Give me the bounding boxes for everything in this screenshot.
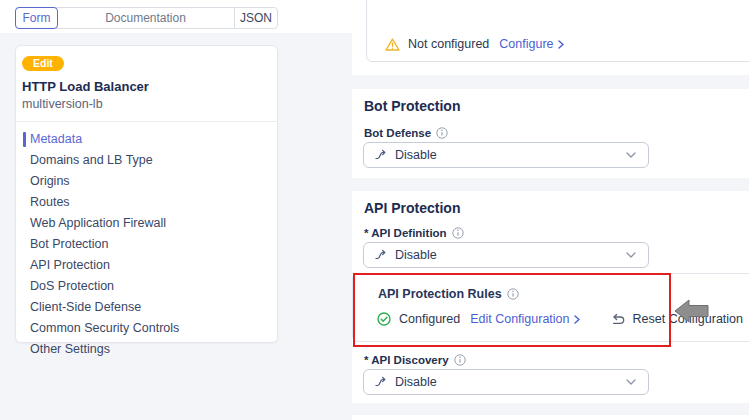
- bot-defense-select[interactable]: Disable: [363, 142, 649, 168]
- api-definition-label: * API Definition: [364, 227, 464, 239]
- chevron-down-icon: [626, 252, 636, 258]
- info-icon[interactable]: [452, 227, 464, 239]
- section-divider: [352, 403, 749, 415]
- api-protection-rules-title-text: API Protection Rules: [378, 287, 502, 301]
- sidebar-item-origins[interactable]: Origins: [16, 171, 277, 192]
- chevron-right-icon: [574, 315, 580, 324]
- selector-branch-icon: [374, 249, 387, 261]
- sidebar-item-common-security-controls[interactable]: Common Security Controls: [16, 318, 277, 339]
- edit-configuration-label: Edit Configuration: [470, 312, 569, 326]
- api-protection-heading: API Protection: [364, 200, 460, 216]
- api-discovery-label-text: * API Discovery: [364, 354, 449, 366]
- rules-status-text: Configured: [399, 312, 460, 326]
- api-discovery-select[interactable]: Disable: [363, 369, 649, 395]
- bot-defense-label-text: Bot Defense: [364, 127, 431, 139]
- sidebar-item-web-application-firewall[interactable]: Web Application Firewall: [16, 213, 277, 234]
- sidebar-item-client-side-defense[interactable]: Client-Side Defense: [16, 297, 277, 318]
- bot-defense-selected-value: Disable: [395, 148, 626, 162]
- bot-defense-label: Bot Defense: [364, 127, 448, 139]
- reset-arrow-icon: [611, 313, 626, 325]
- api-protection-rules-title: API Protection Rules: [378, 287, 519, 301]
- sidebar-nav: Metadata Domains and LB Type Origins Rou…: [16, 122, 277, 360]
- info-icon[interactable]: [454, 354, 466, 366]
- view-switcher: Form Documentation JSON: [15, 7, 278, 29]
- warning-triangle-icon: [385, 38, 400, 51]
- sidebar-item-domains-and-lb-type[interactable]: Domains and LB Type: [16, 150, 277, 171]
- sidebar-item-dos-protection[interactable]: DoS Protection: [16, 276, 277, 297]
- tab-documentation[interactable]: Documentation: [57, 8, 234, 28]
- tab-form[interactable]: Form: [15, 7, 58, 29]
- challenge-status-card: Not configured Configure: [366, 0, 749, 62]
- lb-config-sidebar: Edit HTTP Load Balancer multiversion-lb …: [15, 45, 278, 343]
- lb-name: multiversion-lb: [22, 97, 267, 111]
- form-main-panel: Not configured Configure Bot Protection …: [352, 0, 749, 420]
- tab-json[interactable]: JSON: [234, 8, 277, 28]
- arrow-left-annotation: [672, 296, 712, 330]
- api-definition-select[interactable]: Disable: [363, 242, 649, 268]
- chevron-down-icon: [626, 379, 636, 385]
- sidebar-item-api-protection[interactable]: API Protection: [16, 255, 277, 276]
- selector-branch-icon: [374, 376, 387, 388]
- info-icon[interactable]: [436, 127, 448, 139]
- section-divider: [352, 75, 749, 89]
- configure-link[interactable]: Configure: [499, 37, 563, 51]
- check-circle-icon: [377, 312, 391, 326]
- sidebar-item-routes[interactable]: Routes: [16, 192, 277, 213]
- section-divider: [352, 178, 749, 191]
- info-icon[interactable]: [507, 288, 519, 300]
- api-definition-label-text: * API Definition: [364, 227, 447, 239]
- sidebar-item-other-settings[interactable]: Other Settings: [16, 339, 277, 360]
- chevron-right-icon: [558, 40, 564, 49]
- api-discovery-label: * API Discovery: [364, 354, 466, 366]
- sidebar-header: Edit HTTP Load Balancer multiversion-lb: [16, 46, 277, 122]
- chevron-down-icon: [626, 152, 636, 158]
- selector-branch-icon: [374, 149, 387, 161]
- configure-link-label: Configure: [499, 37, 553, 51]
- api-definition-selected-value: Disable: [395, 248, 626, 262]
- edit-configuration-link[interactable]: Edit Configuration: [470, 312, 579, 326]
- sidebar-item-bot-protection[interactable]: Bot Protection: [16, 234, 277, 255]
- edit-badge: Edit: [22, 56, 64, 71]
- lb-type-title: HTTP Load Balancer: [22, 79, 267, 94]
- api-discovery-selected-value: Disable: [395, 375, 626, 389]
- bot-protection-heading: Bot Protection: [364, 98, 460, 114]
- sidebar-item-metadata[interactable]: Metadata: [16, 129, 277, 150]
- challenge-status-text: Not configured: [408, 37, 489, 51]
